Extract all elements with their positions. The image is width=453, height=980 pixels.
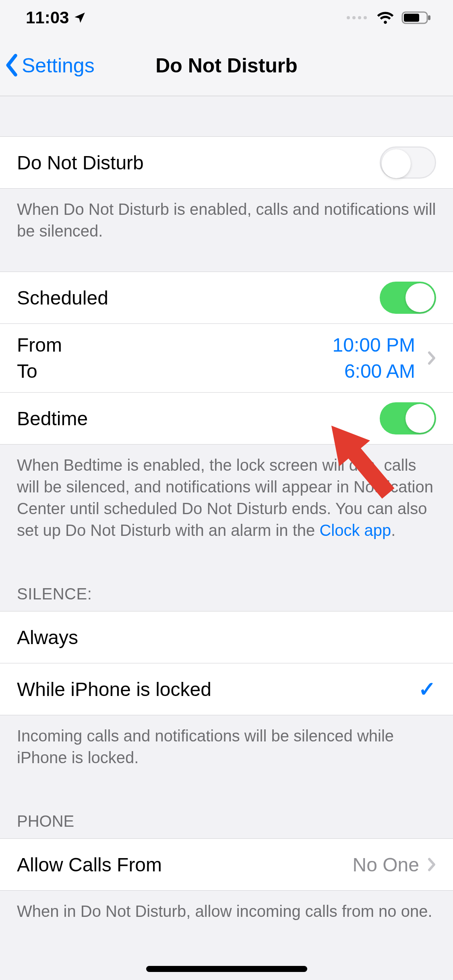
status-time: 11:03: [26, 8, 69, 27]
cellular-signal-dots-icon: [347, 16, 369, 19]
svg-rect-2: [428, 15, 430, 20]
dnd-toggle-label: Do Not Disturb: [17, 152, 380, 174]
wifi-icon: [376, 10, 394, 25]
allow-calls-label: Allow Calls From: [17, 854, 353, 876]
dnd-switch[interactable]: [380, 146, 436, 179]
back-button[interactable]: Settings: [4, 35, 95, 96]
phone-header: PHONE: [0, 778, 453, 838]
location-services-icon: [73, 11, 87, 25]
schedule-from-label: From: [17, 334, 333, 356]
checkmark-icon: ✓: [418, 677, 436, 701]
silence-always-label: Always: [17, 626, 436, 649]
clock-app-link[interactable]: Clock app: [319, 521, 391, 539]
allow-calls-row[interactable]: Allow Calls From No One: [0, 838, 453, 891]
battery-icon: [401, 10, 432, 25]
schedule-from-value: 10:00 PM: [333, 334, 415, 356]
silence-locked-row[interactable]: While iPhone is locked ✓: [0, 663, 453, 715]
status-left: 11:03: [26, 8, 87, 27]
schedule-to-label: To: [17, 360, 344, 382]
dnd-toggle-row[interactable]: Do Not Disturb: [0, 136, 453, 189]
home-indicator[interactable]: [146, 966, 307, 972]
bedtime-toggle-label: Bedtime: [17, 408, 380, 430]
status-right: [347, 10, 432, 25]
silence-header: SILENCE:: [0, 551, 453, 611]
back-label: Settings: [22, 54, 95, 77]
schedule-time-row[interactable]: From 10:00 PM To 6:00 AM: [0, 324, 453, 393]
bedtime-footer-after: .: [391, 521, 395, 539]
schedule-to-value: 6:00 AM: [344, 360, 415, 382]
scheduled-toggle-label: Scheduled: [17, 287, 380, 309]
silence-locked-label: While iPhone is locked: [17, 678, 418, 700]
scheduled-toggle-row[interactable]: Scheduled: [0, 272, 453, 324]
bedtime-switch[interactable]: [380, 402, 436, 434]
nav-bar: Settings Do Not Disturb: [0, 35, 453, 96]
dnd-footer: When Do Not Disturb is enabled, calls an…: [0, 189, 453, 251]
allow-calls-value: No One: [353, 854, 427, 876]
chevron-right-icon: [427, 857, 436, 872]
scheduled-switch[interactable]: [380, 282, 436, 314]
settings-content: Do Not Disturb When Do Not Disturb is en…: [0, 96, 453, 932]
status-bar: 11:03: [0, 0, 453, 35]
chevron-right-icon: [415, 351, 436, 365]
phone-footer: When in Do Not Disturb, allow incoming c…: [0, 891, 453, 932]
bedtime-toggle-row[interactable]: Bedtime: [0, 393, 453, 445]
silence-footer: Incoming calls and notifications will be…: [0, 715, 453, 778]
chevron-left-icon: [4, 54, 20, 78]
bedtime-footer: When Bedtime is enabled, the lock screen…: [0, 445, 453, 551]
svg-rect-1: [404, 14, 419, 22]
silence-always-row[interactable]: Always: [0, 611, 453, 663]
